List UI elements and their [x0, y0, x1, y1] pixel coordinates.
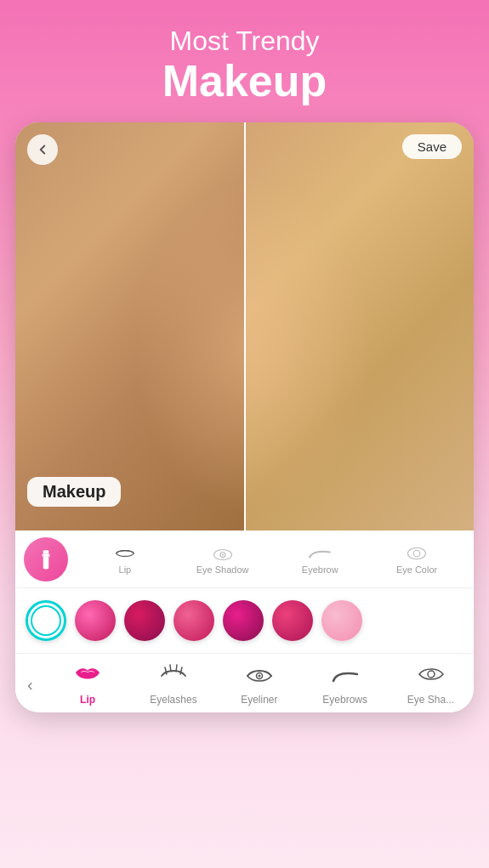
nav-eyeliner-icon — [246, 664, 273, 690]
nav-items: Lip Eyelashes — [45, 664, 474, 706]
nav-item-eyeshadow-label: Eye Sha... — [407, 694, 454, 706]
swatch-medium-pink[interactable] — [272, 600, 313, 641]
toolbar-items: Lip Eye Shadow Eyebrow — [77, 544, 465, 575]
save-button[interactable]: Save — [402, 134, 462, 159]
toolbar-item-eyecolor-label: Eye Color — [396, 564, 437, 575]
swatches-row — [15, 588, 474, 653]
divider-line — [244, 122, 246, 530]
nav-eyeshadow-icon — [418, 664, 445, 690]
svg-rect-0 — [43, 550, 49, 553]
nav-item-eyeliner[interactable]: Eyeliner — [230, 664, 289, 706]
nav-item-eyelashes[interactable]: Eyelashes — [144, 664, 203, 706]
svg-point-6 — [221, 553, 223, 555]
toolbar-item-eyecolor[interactable]: Eye Color — [391, 544, 442, 575]
swatch-magenta[interactable] — [124, 600, 165, 641]
svg-point-7 — [408, 547, 426, 559]
swatch-hot-pink[interactable] — [75, 600, 116, 641]
photo-container: Save Makeup — [15, 122, 474, 530]
swatch-transparent[interactable] — [26, 600, 66, 641]
nav-item-eyeshadow[interactable]: Eye Sha... — [401, 664, 461, 706]
nav-item-eyebrows[interactable]: Eyebrows — [316, 664, 375, 706]
svg-line-11 — [176, 665, 177, 672]
header-title: Makeup — [17, 57, 472, 105]
nav-lip-icon — [74, 664, 101, 690]
toolbar-item-lip-label: Lip — [119, 564, 132, 575]
svg-line-10 — [170, 665, 171, 672]
svg-rect-1 — [43, 553, 50, 556]
nav-item-eyebrows-label: Eyebrows — [322, 694, 367, 706]
nav-item-lip[interactable]: Lip — [58, 664, 117, 706]
nav-item-eyelashes-label: Eyelashes — [150, 694, 196, 706]
toolbar-item-eyeshadow[interactable]: Eye Shadow — [196, 544, 249, 575]
back-button[interactable] — [27, 134, 58, 165]
header: Most Trendy Makeup — [0, 0, 489, 122]
svg-point-14 — [258, 675, 260, 678]
swatch-pink[interactable] — [173, 600, 214, 641]
nav-item-eyeliner-label: Eyeliner — [241, 694, 277, 706]
svg-point-15 — [428, 671, 435, 678]
swatch-dark-pink[interactable] — [223, 600, 264, 641]
nav-eyelashes-icon — [160, 664, 187, 690]
header-subtitle: Most Trendy — [17, 26, 472, 57]
swatch-light-pink[interactable] — [321, 600, 362, 641]
nav-eyebrows-icon — [332, 664, 359, 690]
svg-rect-2 — [43, 556, 49, 567]
nav-back-button[interactable]: ‹ — [15, 675, 45, 695]
phone-card: Save Makeup Lip — [15, 122, 474, 712]
toolbar-item-eyeshadow-label: Eye Shadow — [196, 564, 249, 575]
lipstick-button[interactable] — [24, 537, 68, 582]
svg-point-3 — [43, 566, 49, 569]
makeup-label: Makeup — [27, 477, 121, 507]
bottom-nav: ‹ Lip — [15, 653, 474, 712]
toolbar-item-lip[interactable]: Lip — [100, 544, 151, 575]
nav-item-lip-label: Lip — [80, 694, 95, 706]
toolbar-item-eyebrow-label: Eyebrow — [302, 564, 338, 575]
toolbar-row: Lip Eye Shadow Eyebrow — [15, 530, 474, 588]
svg-point-8 — [413, 550, 420, 557]
toolbar-item-eyebrow[interactable]: Eyebrow — [294, 544, 345, 575]
